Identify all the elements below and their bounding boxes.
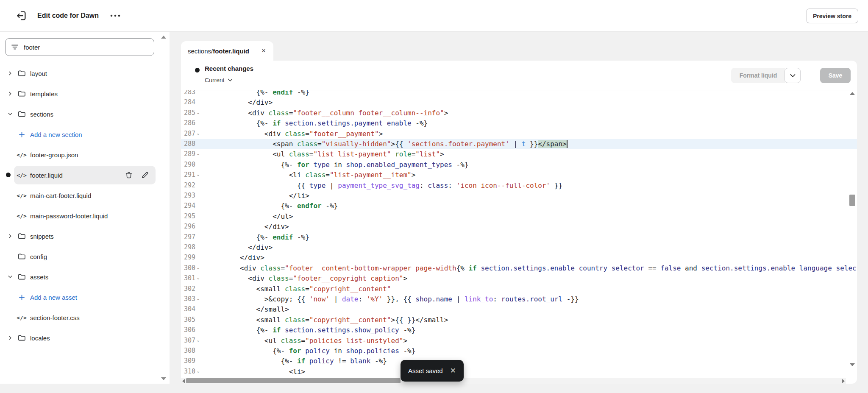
code-line[interactable]: 284 </div>: [181, 98, 857, 108]
code-line[interactable]: 305 <small class="copyright__content">{{…: [181, 315, 857, 325]
code-line[interactable]: 307⌄ <ul class="policies list-unstyled">: [181, 336, 857, 346]
code-line[interactable]: 294 {%- endfor -%}: [181, 201, 857, 211]
sidebar-item-layout[interactable]: layout: [0, 63, 170, 84]
scroll-down-button[interactable]: [850, 363, 855, 366]
sidebar-item-assets[interactable]: assets: [0, 267, 170, 287]
line-number: 302: [184, 285, 195, 293]
scroll-left-button[interactable]: [182, 379, 185, 383]
scroll-up-button[interactable]: [850, 92, 855, 95]
header-divider: [811, 63, 811, 88]
sidebar-item-sections[interactable]: sections: [0, 104, 170, 124]
code-editor[interactable]: 283 {%- endif -%}284 </div>285⌄ <div cla…: [181, 90, 857, 384]
code-line[interactable]: 290 {%- for type in shop.enabled_payment…: [181, 160, 857, 170]
code-line[interactable]: 292 {{ type | payment_type_svg_tag: clas…: [181, 181, 857, 191]
sidebar-scroll-up-button[interactable]: [161, 36, 166, 39]
fold-icon[interactable]: ⌄: [196, 338, 200, 343]
sidebar-item-snippets[interactable]: snippets: [0, 226, 170, 246]
file-tab[interactable]: sections/footer.liquid ×: [181, 41, 273, 61]
version-dropdown[interactable]: Current: [205, 77, 233, 84]
code-line[interactable]: 309 {%- if policy != blank -%}: [181, 356, 857, 366]
code-line[interactable]: 291⌄ <li class="list-payment__item">: [181, 170, 857, 180]
code-line[interactable]: 310⌄ <li>: [181, 367, 857, 377]
horizontal-scroll-thumb[interactable]: [186, 378, 401, 383]
code-line[interactable]: 293 </li>: [181, 191, 857, 201]
item-label: main-cart-footer.liquid: [30, 192, 91, 199]
sidebar-item-section-footer-css[interactable]: </>section-footer.css: [0, 307, 170, 328]
tab-close-button[interactable]: ×: [261, 47, 267, 55]
code-line[interactable]: 300⌄ <div class="footer__content-bottom-…: [181, 263, 857, 273]
line-number: 283: [184, 90, 195, 96]
code-line[interactable]: 289⌄ <ul class="list list-payment" role=…: [181, 149, 857, 159]
sidebar-scroll-down-button[interactable]: [161, 377, 166, 380]
sidebar-item-config[interactable]: config: [0, 246, 170, 267]
code-line[interactable]: 298 </div>: [181, 242, 857, 253]
sidebar-item-add-a-new-asset[interactable]: Add a new asset: [0, 287, 170, 307]
save-button[interactable]: Save: [820, 68, 851, 83]
toast-close-button[interactable]: ✕: [450, 366, 456, 375]
code-line[interactable]: 286 {%- if section.settings.payment_enab…: [181, 118, 857, 128]
sidebar-item-main-password-footer-liquid[interactable]: </>main-password-footer.liquid: [0, 206, 170, 226]
chevron-down-icon: [790, 74, 796, 78]
code-line[interactable]: 283 {%- endif -%}: [181, 90, 857, 98]
format-liquid-split-button: Format liquid: [731, 68, 801, 83]
code-line[interactable]: 302 <small class="copyright__content": [181, 284, 857, 294]
scroll-right-button[interactable]: [842, 379, 845, 383]
trash-icon: [125, 171, 133, 179]
line-number: 301: [184, 274, 195, 282]
folder-icon: [17, 334, 26, 342]
fold-icon[interactable]: ⌄: [196, 151, 200, 156]
editor-header: Recent changes Current Format liquid Sav…: [181, 61, 857, 90]
code-line[interactable]: 299 </div>: [181, 253, 857, 263]
chevron-down-icon: [7, 274, 14, 280]
preview-store-button[interactable]: Preview store: [806, 8, 858, 23]
fold-icon[interactable]: ⌄: [196, 276, 200, 280]
code-line[interactable]: 301⌄ <div class="footer__copyright capti…: [181, 273, 857, 284]
code-line[interactable]: 285⌄ <div class="footer__column footer__…: [181, 108, 857, 118]
code-file-icon: </>: [17, 213, 26, 219]
code-line[interactable]: 297 {%- endif -%}: [181, 232, 857, 242]
sidebar-item-footer-group-json[interactable]: </>footer-group.json: [0, 145, 170, 165]
code-line[interactable]: 308 {%- for policy in shop.policies -%}: [181, 346, 857, 356]
fold-icon[interactable]: ⌄: [196, 172, 200, 177]
horizontal-scrollbar[interactable]: [181, 378, 846, 384]
sidebar-item-templates[interactable]: templates: [0, 84, 170, 104]
line-number: 306: [184, 326, 195, 334]
code-text: {%- endif -%}: [202, 90, 857, 98]
chevron-down-icon: [7, 111, 14, 117]
code-text: </div>: [202, 242, 857, 253]
vertical-scrollbar[interactable]: [849, 90, 856, 378]
sidebar-item-locales[interactable]: locales: [0, 328, 170, 348]
format-liquid-dropdown-button[interactable]: [785, 68, 801, 83]
file-sidebar: layouttemplatessectionsAdd a new section…: [0, 31, 170, 384]
vertical-scroll-thumb[interactable]: [849, 195, 855, 206]
sidebar-item-footer-liquid[interactable]: </>footer.liquid: [0, 165, 170, 185]
code-file-icon: </>: [17, 192, 26, 199]
rename-file-button[interactable]: [141, 171, 149, 179]
code-line[interactable]: 296 </div>: [181, 222, 857, 232]
row-actions: [125, 165, 149, 185]
fold-icon[interactable]: ⌄: [196, 265, 200, 270]
fold-icon[interactable]: ⌄: [196, 110, 200, 115]
sidebar-item-main-cart-footer-liquid[interactable]: </>main-cart-footer.liquid: [0, 185, 170, 206]
item-label: Add a new section: [30, 131, 82, 138]
more-menu-button[interactable]: [108, 12, 122, 19]
exit-button[interactable]: [13, 7, 30, 24]
code-line[interactable]: 287⌄ <div class="footer__payment">: [181, 129, 857, 139]
fold-icon[interactable]: ⌄: [196, 131, 200, 136]
item-label: assets: [30, 273, 48, 281]
delete-file-button[interactable]: [125, 171, 133, 179]
code-text: <li>: [202, 367, 857, 377]
line-number: 298: [184, 243, 195, 251]
code-line[interactable]: 288 <span class="visually-hidden">{{ 'se…: [181, 139, 857, 149]
code-line[interactable]: 306 {%- if section.settings.show_policy …: [181, 325, 857, 335]
format-liquid-button[interactable]: Format liquid: [731, 68, 785, 83]
code-line[interactable]: 303⌄ >&copy; {{ 'now' | date: '%Y' }}, {…: [181, 294, 857, 304]
item-label: footer.liquid: [30, 172, 63, 179]
code-line[interactable]: 295 </ul>: [181, 212, 857, 222]
code-line[interactable]: 304 </small>: [181, 304, 857, 315]
code-text: <li class="list-payment__item">: [202, 170, 857, 180]
search-input[interactable]: [23, 43, 154, 51]
fold-icon[interactable]: ⌄: [196, 296, 200, 301]
fold-icon[interactable]: ⌄: [196, 369, 200, 373]
sidebar-item-add-a-new-section[interactable]: Add a new section: [0, 124, 170, 145]
